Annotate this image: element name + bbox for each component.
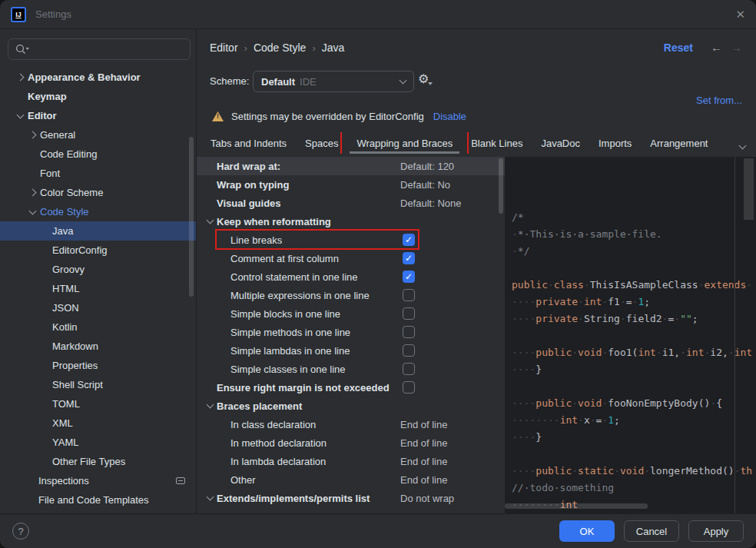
sidebar-item-markdown[interactable]: Markdown [0,337,196,356]
cancel-button[interactable]: Cancel [624,520,679,542]
chevron-right-icon[interactable] [25,190,40,195]
setting-label: In lambda declaration [230,456,326,467]
sidebar-item-html[interactable]: HTML [0,279,196,298]
sidebar-item-java[interactable]: Java [0,221,196,241]
setting-value[interactable]: End of line [400,437,447,449]
sidebar-item-file-and-code-templates[interactable]: File and Code Templates [0,490,196,510]
setting-row-control-statement-in-one-line[interactable]: Control statement in one line✓ [197,267,505,286]
chevron-down-icon[interactable] [203,497,217,500]
chevron-right-icon[interactable] [25,132,40,138]
setting-row-multiple-expressions-in-one-line[interactable]: Multiple expressions in one line [197,286,505,304]
sidebar-item-code-editing[interactable]: Code Editing [0,144,196,164]
setting-value[interactable]: End of line [400,419,447,430]
tabs-overflow-button[interactable] [740,139,745,151]
breadcrumb-item-java[interactable]: Java [322,42,345,54]
chevron-down-icon[interactable] [203,220,217,223]
setting-row-comment-at-first-column[interactable]: Comment at first column✓ [197,249,505,267]
search-input[interactable] [8,38,191,60]
sidebar-item-properties[interactable]: Properties [0,356,196,375]
sidebar-item-appearance-behavior[interactable]: Appearance & Behavior [0,68,196,87]
close-icon[interactable]: ✕ [735,8,745,20]
code-vertical-scrollbar[interactable] [744,158,754,220]
reset-link[interactable]: Reset [664,42,693,54]
setting-value[interactable]: Do not wrap [400,493,454,504]
sidebar-item-label: Groovy [52,264,85,275]
setting-row-simple-lambdas-in-one-line[interactable]: Simple lambdas in one line [197,341,505,360]
disable-link[interactable]: Disable [433,111,466,122]
tab-blank-lines[interactable]: Blank Lines [462,132,532,154]
tab-arrangement[interactable]: Arrangement [641,132,717,154]
setting-row-wrap-on-typing[interactable]: Wrap on typingDefault: No [197,175,505,194]
setting-value[interactable]: Default: None [400,198,462,209]
checkbox-unchecked[interactable] [403,326,415,338]
sidebar-item-json[interactable]: JSON [0,298,196,317]
setting-row-simple-blocks-in-one-line[interactable]: Simple blocks in one line [197,304,505,323]
settings-scrollbar[interactable] [499,158,503,214]
apply-button[interactable]: Apply [688,520,744,542]
sidebar-item-groovy[interactable]: Groovy [0,260,196,279]
setting-row-in-method-declaration[interactable]: In method declarationEnd of line [197,433,505,452]
setting-row-simple-methods-in-one-line[interactable]: Simple methods in one line [197,323,505,341]
breadcrumb-item-editor[interactable]: Editor [210,42,238,54]
sidebar-item-editor[interactable]: Editor [0,106,196,125]
setting-value[interactable]: End of line [400,456,447,467]
sidebar-item-code-style[interactable]: Code Style [0,202,196,221]
sidebar-item-keymap[interactable]: Keymap [0,87,196,106]
code-line [512,378,756,395]
code-preview-pane[interactable]: /*·*·This·is·a·sample·file.·*/ public·cl… [505,157,756,513]
setting-row-ensure-right-margin-is-not-exceeded[interactable]: Ensure right margin is not exceeded [197,378,505,397]
sidebar-item-general[interactable]: General [0,125,196,144]
setting-row-other[interactable]: OtherEnd of line [197,470,505,489]
sidebar-item-editorconfig[interactable]: EditorConfig [0,241,196,260]
checkbox-unchecked[interactable] [403,381,415,394]
back-arrow-icon[interactable]: ← [711,41,722,54]
gear-icon[interactable]: ⚙ [418,73,429,85]
setting-value[interactable]: Default: No [400,179,450,191]
tab-tabs-and-indents[interactable]: Tabs and Indents [201,132,296,154]
setting-row-hard-wrap-at[interactable]: Hard wrap at:Default: 120 [197,157,505,175]
code-horizontal-scrollbar[interactable] [505,503,648,509]
checkbox-unchecked[interactable] [403,344,415,357]
checkbox-checked[interactable]: ✓ [403,234,415,246]
setting-row-extends-implements-permits-list[interactable]: Extends/implements/permits listDo not wr… [197,489,505,507]
setting-row-visual-guides[interactable]: Visual guidesDefault: None [197,194,505,212]
tab-spaces[interactable]: Spaces [296,132,347,154]
chevron-down-icon[interactable] [203,404,217,407]
checkbox-unchecked[interactable] [403,289,415,301]
tab-label: JavaDoc [541,138,580,149]
checkbox-checked[interactable]: ✓ [403,252,415,264]
tab-wrapping-and-braces[interactable]: Wrapping and Braces [347,132,462,154]
sidebar-item-font[interactable]: Font [0,164,196,183]
setting-row-braces-placement[interactable]: Braces placement [197,397,505,415]
setting-row-in-lambda-declaration[interactable]: In lambda declarationEnd of line [197,452,505,470]
setting-value[interactable]: End of line [400,474,447,486]
sidebar-item-color-scheme[interactable]: Color Scheme [0,183,196,202]
checkbox-checked[interactable]: ✓ [403,271,415,283]
sidebar-item-label: Font [40,168,60,179]
chevron-down-icon[interactable] [12,115,28,118]
sidebar-item-toml[interactable]: TOML [0,394,196,413]
set-from-link[interactable]: Set from... [696,95,742,106]
tab-javadoc[interactable]: JavaDoc [532,132,589,154]
sidebar-item-other-file-types[interactable]: Other File Types [0,452,196,471]
sidebar-scrollbar[interactable] [189,137,194,297]
sidebar-item-xml[interactable]: XML [0,413,196,433]
setting-row-keep-when-reformatting[interactable]: Keep when reformatting [197,212,505,231]
setting-row-in-class-declaration[interactable]: In class declarationEnd of line [197,415,505,433]
sidebar-item-shell-script[interactable]: Shell Script [0,375,196,394]
setting-row-simple-classes-in-one-line[interactable]: Simple classes in one line [197,360,505,378]
ok-button[interactable]: OK [559,520,615,542]
sidebar-item-kotlin[interactable]: Kotlin [0,317,196,337]
breadcrumb-item-code-style[interactable]: Code Style [254,42,306,54]
tab-imports[interactable]: Imports [589,132,641,154]
checkbox-unchecked[interactable] [403,363,415,375]
chevron-down-icon[interactable] [25,211,40,214]
sidebar-item-inspections[interactable]: Inspections [0,471,196,490]
setting-row-line-breaks[interactable]: Line breaks✓ [197,231,505,249]
help-button[interactable]: ? [12,523,29,540]
checkbox-unchecked[interactable] [403,307,415,320]
chevron-right-icon[interactable] [12,75,28,80]
setting-value[interactable]: Default: 120 [400,161,454,172]
sidebar-item-yaml[interactable]: YAML [0,433,196,452]
scheme-dropdown[interactable]: Default IDE [253,71,414,92]
